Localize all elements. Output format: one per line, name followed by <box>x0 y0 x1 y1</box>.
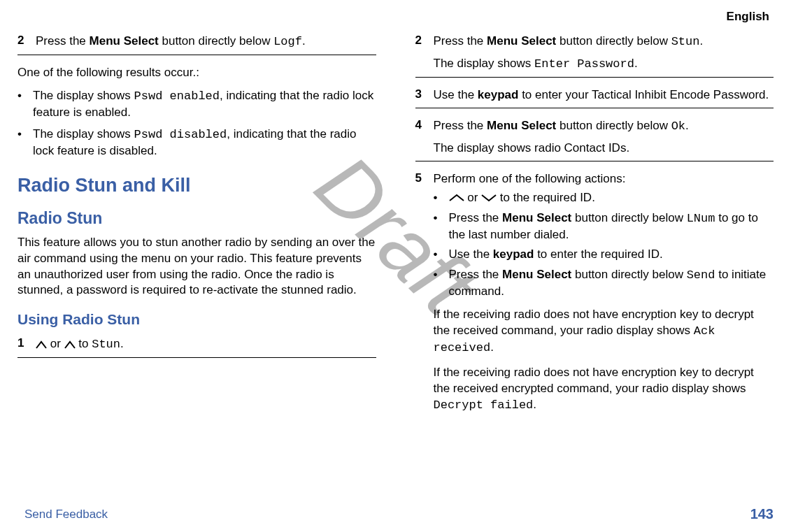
text: . <box>699 34 703 48</box>
step-number: 1 <box>17 336 36 350</box>
list-text: The display shows Pswd disabled, indicat… <box>33 127 376 159</box>
step-divider <box>415 77 774 78</box>
text: Press the <box>434 119 487 132</box>
text: The display shows <box>33 127 134 141</box>
step5-result-2: If the receiving radio does not have enc… <box>415 365 774 414</box>
list-item: • Use the keypad to enter the required I… <box>434 247 774 263</box>
left-arrow-icon <box>36 340 47 349</box>
mono-text: Stun <box>92 338 120 351</box>
list-item: • The display shows Pswd enabled, indica… <box>17 88 376 121</box>
heading-radio-stun-kill: Radio Stun and Kill <box>17 175 376 196</box>
text: . <box>302 34 306 48</box>
text: to the required ID. <box>497 191 595 204</box>
right-step-3: 3 Use the keypad to enter your Tactical … <box>415 87 774 108</box>
text: Use the <box>434 88 478 101</box>
step-result: The display shows Enter Password. <box>415 56 774 73</box>
results-list: • The display shows Pswd enabled, indica… <box>17 88 376 159</box>
text: The display shows <box>33 89 134 102</box>
list-text: Press the Menu Select button directly be… <box>449 210 774 243</box>
bullet-icon: • <box>434 267 449 283</box>
up-chevron-icon <box>449 194 464 202</box>
list-text: The display shows Pswd enabled, indicati… <box>33 88 376 121</box>
mono-text: Pswd disabled <box>134 128 227 141</box>
bold-text: Menu Select <box>502 211 571 224</box>
text: The display shows <box>434 57 535 70</box>
text: Press the <box>36 34 90 48</box>
step-number: 5 <box>415 171 434 185</box>
step-divider <box>415 108 774 108</box>
text: . <box>685 119 689 132</box>
bullet-icon: • <box>434 190 449 206</box>
text: button directly below <box>556 34 671 48</box>
list-item: • The display shows Pswd disabled, indic… <box>17 127 376 159</box>
bold-text: keypad <box>493 247 534 261</box>
mono-text: Ok <box>671 120 685 133</box>
text: button directly below <box>556 119 671 132</box>
list-item: • Press the Menu Select button directly … <box>434 210 774 243</box>
page: English Draft 2 Press the Menu Select bu… <box>0 0 791 532</box>
step5-result-1: If the receiving radio does not have enc… <box>415 307 774 357</box>
heading-using-radio-stun: Using Radio Stun <box>17 311 376 328</box>
right-step-2: 2 Press the Menu Select button directly … <box>415 34 774 78</box>
list-text: or to the required ID. <box>449 190 595 206</box>
text: to <box>76 337 92 350</box>
page-number: 143 <box>750 506 774 522</box>
mono-text: Enter Password <box>534 57 634 71</box>
step-result: The display shows radio Contact IDs. <box>415 141 774 157</box>
left-column: 2 Press the Menu Select button directly … <box>17 34 376 424</box>
step-number: 3 <box>415 87 434 101</box>
text: Use the <box>449 247 493 261</box>
text: to enter the required ID. <box>534 247 662 261</box>
text: . <box>120 337 124 350</box>
text: . <box>634 57 638 70</box>
content-columns: 2 Press the Menu Select button directly … <box>17 28 774 424</box>
text: Press the <box>449 268 503 281</box>
right-column: 2 Press the Menu Select button directly … <box>415 34 774 424</box>
mono-text: LNum <box>687 212 715 225</box>
down-chevron-icon <box>481 194 497 202</box>
bullet-icon: • <box>17 88 33 104</box>
step5-options: • or to the required ID. • Press the Men… <box>415 190 774 301</box>
text: or <box>464 191 482 204</box>
left-step-2: 2 Press the Menu Select button directly … <box>17 34 376 55</box>
step-text: Perform one of the following actions: <box>434 171 626 187</box>
list-text: Press the Menu Select button directly be… <box>449 267 774 300</box>
step-text: Press the Menu Select button directly be… <box>434 34 704 50</box>
mono-text: Decrypt failed <box>434 398 534 412</box>
list-item: • or to the required ID. <box>434 190 774 206</box>
text: button directly below <box>159 34 273 48</box>
text: button directly below <box>571 211 686 224</box>
step-text: Press the Menu Select button directly be… <box>434 118 689 135</box>
stun-description: This feature allows you to stun another … <box>17 235 376 299</box>
text: Press the <box>449 211 503 224</box>
text: Press the <box>434 34 487 48</box>
header-language: English <box>17 7 774 28</box>
step-divider <box>17 55 376 55</box>
page-footer: Send Feedback 143 <box>17 506 774 522</box>
left-step-1: 1 or to Stun. <box>17 336 376 358</box>
text: . <box>490 340 494 354</box>
step-number: 2 <box>17 34 36 48</box>
heading-radio-stun: Radio Stun <box>17 209 376 228</box>
text: or <box>47 337 64 350</box>
list-item: • Press the Menu Select button directly … <box>434 267 774 300</box>
text: button directly below <box>571 268 686 281</box>
step-number: 4 <box>415 118 434 132</box>
send-feedback-link[interactable]: Send Feedback <box>17 508 108 522</box>
step-divider <box>415 161 774 161</box>
bold-text: Menu Select <box>90 34 159 48</box>
list-text: Use the keypad to enter the required ID. <box>449 247 663 263</box>
bold-text: keypad <box>478 88 519 101</box>
step-divider <box>17 357 376 358</box>
bold-text: Menu Select <box>502 268 571 281</box>
right-step-5: 5 Perform one of the following actions: … <box>415 171 774 414</box>
step-number: 2 <box>415 34 434 48</box>
mono-text: Pswd enabled <box>134 89 220 103</box>
text: to enter your Tactical Inhibit Encode Pa… <box>518 88 769 101</box>
step-text: Use the keypad to enter your Tactical In… <box>434 87 769 103</box>
text: If the receiving radio does not have enc… <box>434 366 754 395</box>
mono-text: Logf <box>273 35 302 48</box>
bold-text: Menu Select <box>487 119 556 132</box>
step-text: or to Stun. <box>36 336 124 353</box>
bullet-icon: • <box>434 247 449 263</box>
